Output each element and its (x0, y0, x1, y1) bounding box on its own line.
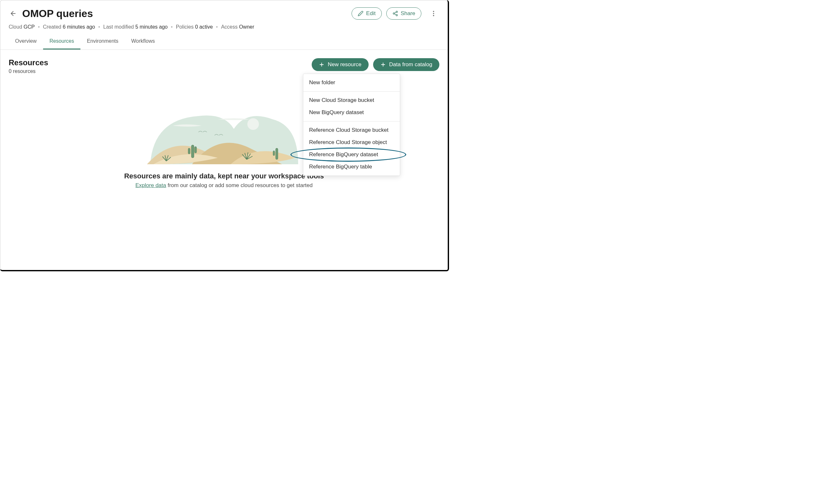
explore-data-link[interactable]: Explore data (136, 182, 166, 188)
svg-point-13 (247, 118, 259, 130)
meta-cloud-value: GCP (23, 24, 35, 29)
dropdown-ref-cloud-object[interactable]: Reference Cloud Storage object (303, 136, 400, 148)
meta-access-value: Owner (239, 24, 254, 29)
svg-line-4 (394, 14, 396, 15)
meta-policies-value: 0 active (195, 24, 212, 29)
svg-point-8 (433, 15, 434, 16)
svg-rect-16 (195, 147, 197, 153)
dropdown-new-folder[interactable]: New folder (303, 77, 400, 89)
arrow-left-icon (9, 10, 17, 17)
dot-separator: • (98, 24, 100, 30)
meta-created-value: 6 minutes ago (63, 24, 95, 29)
svg-rect-14 (191, 145, 194, 158)
meta-created-label: Created (43, 24, 61, 29)
empty-subtext: Explore data from our catalog or add som… (9, 182, 440, 189)
dropdown-ref-bq-dataset-label: Reference BigQuery dataset (309, 151, 378, 158)
pencil-icon (358, 10, 364, 16)
share-icon (392, 10, 398, 16)
dot-separator: • (38, 24, 40, 30)
share-button[interactable]: Share (386, 7, 421, 20)
page-title: OMOP queries (22, 8, 347, 20)
svg-rect-15 (188, 148, 190, 154)
edit-button[interactable]: Edit (351, 7, 382, 20)
dropdown-ref-bq-table[interactable]: Reference BigQuery table (303, 161, 400, 173)
tab-environments[interactable]: Environments (80, 35, 125, 49)
tabs: Overview Resources Environments Workflow… (0, 35, 448, 50)
data-from-catalog-label: Data from catalog (389, 61, 432, 68)
meta-row: Cloud GCP • Created 6 minutes ago • Last… (0, 22, 448, 35)
dot-separator: • (171, 24, 173, 30)
svg-point-7 (433, 13, 434, 14)
svg-rect-18 (273, 151, 275, 155)
dropdown-new-cloud-bucket[interactable]: New Cloud Storage bucket (303, 94, 400, 106)
tab-resources[interactable]: Resources (43, 35, 80, 49)
meta-modified-label: Last modified (103, 24, 134, 29)
data-from-catalog-button[interactable]: Data from catalog (373, 58, 440, 71)
share-label: Share (401, 10, 415, 17)
empty-illustration (134, 93, 314, 164)
new-resource-dropdown: New folder New Cloud Storage bucket New … (303, 74, 400, 176)
meta-policies-label: Policies (176, 24, 194, 29)
section-title: Resources (9, 58, 48, 67)
meta-modified-value: 5 minutes ago (136, 24, 168, 29)
svg-line-5 (394, 12, 396, 13)
svg-point-6 (433, 11, 434, 12)
tab-workflows[interactable]: Workflows (125, 35, 161, 49)
new-resource-label: New resource (328, 61, 362, 68)
more-vertical-icon (430, 10, 437, 17)
dropdown-ref-bq-dataset[interactable]: Reference BigQuery dataset (303, 148, 400, 161)
dropdown-ref-cloud-bucket[interactable]: Reference Cloud Storage bucket (303, 124, 400, 136)
edit-label: Edit (366, 10, 375, 17)
plus-icon (319, 62, 325, 67)
svg-rect-17 (276, 148, 278, 160)
dropdown-new-bq-dataset[interactable]: New BigQuery dataset (303, 106, 400, 119)
meta-cloud-label: Cloud (9, 24, 22, 29)
empty-rest-text: from our catalog or add some cloud resou… (166, 182, 312, 188)
section-count: 0 resources (9, 68, 48, 74)
dot-separator: • (216, 24, 218, 30)
tab-overview[interactable]: Overview (9, 35, 43, 49)
plus-icon (380, 62, 386, 67)
back-button[interactable] (9, 9, 18, 18)
more-menu-button[interactable] (428, 8, 440, 19)
new-resource-button[interactable]: New resource (312, 58, 369, 71)
meta-access-label: Access (221, 24, 238, 29)
